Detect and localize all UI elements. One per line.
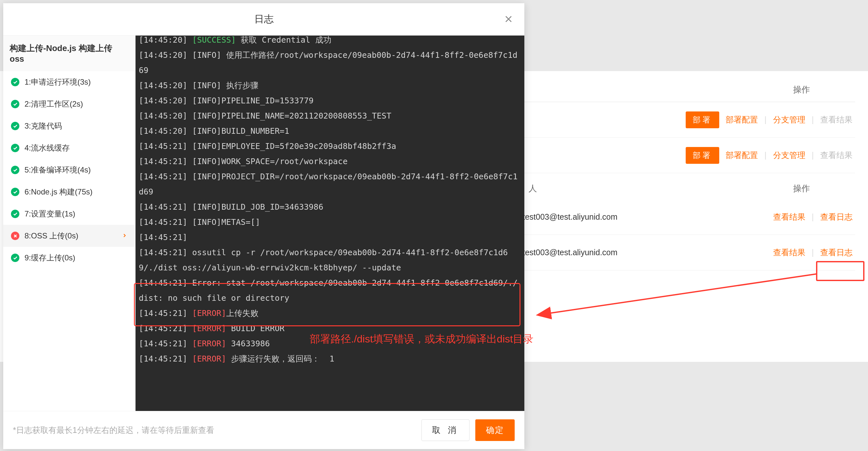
view-result-link[interactable]: 查看结果 xyxy=(820,150,852,161)
modal-footer: *日志获取有最长1分钟左右的延迟，请在等待后重新查看 取 消 确定 xyxy=(3,411,524,449)
log-line: [14:45:21] [ERROR]上传失败 xyxy=(139,306,521,321)
branch-mgmt-link[interactable]: 分支管理 xyxy=(773,114,805,125)
check-icon xyxy=(11,166,19,174)
view-log-link[interactable]: 查看日志 xyxy=(820,247,852,258)
footer-note: *日志获取有最长1分钟左右的延迟，请在等待后重新查看 xyxy=(13,425,415,435)
log-line: [14:45:21] [INFO]BUILD_JOB_ID=34633986 xyxy=(139,199,521,215)
step-item[interactable]: 1:申请运行环境(3s) xyxy=(3,71,135,93)
chevron-right-icon xyxy=(122,231,127,241)
log-line: [14:45:20] [SUCCESS] 获取 Credential 成功 xyxy=(139,35,521,48)
branch-mgmt-link[interactable]: 分支管理 xyxy=(773,150,805,161)
check-icon xyxy=(11,254,19,262)
view-result-link[interactable]: 查看结果 xyxy=(773,212,805,222)
modal-title: 日志 xyxy=(254,12,274,26)
bg-email: test003@test.aliyunid.com xyxy=(523,248,618,257)
ok-button[interactable]: 确定 xyxy=(475,419,515,441)
deploy-config-link[interactable]: 部署配置 xyxy=(726,150,758,161)
log-line: [14:45:20] [INFO]PIPELINE_ID=1533779 xyxy=(139,93,521,108)
log-line: [14:45:20] [INFO]BUILD_NUMBER=1 xyxy=(139,123,521,139)
annotation-text: 部署路径./dist填写错误，或未成功编译出dist目录 xyxy=(310,332,533,346)
step-item[interactable]: 8:OSS 上传(0s) xyxy=(3,225,135,247)
step-label: 1:申请运行环境(3s) xyxy=(25,77,91,87)
annotation-box-viewlog xyxy=(816,261,864,281)
bg-col-person: 人 xyxy=(529,183,537,194)
modal-body: 构建上传-Node.js 构建上传 oss 1:申请运行环境(3s)2:清理工作… xyxy=(3,35,524,411)
log-line: [14:45:21] ossutil cp -r /root/workspace… xyxy=(139,245,521,275)
log-line: [14:45:20] [INFO] 执行步骤 xyxy=(139,78,521,93)
close-icon[interactable] xyxy=(503,13,514,26)
check-icon xyxy=(11,100,19,108)
log-line: [14:45:21] [INFO]PROJECT_DIR=/root/works… xyxy=(139,169,521,199)
bg-col-op: 操作 xyxy=(793,183,810,194)
bg-col-op: 操作 xyxy=(793,84,810,95)
deploy-button[interactable]: 部署 xyxy=(686,147,719,164)
check-icon xyxy=(11,188,19,196)
check-icon xyxy=(11,210,19,218)
step-item[interactable]: 2:清理工作区(2s) xyxy=(3,93,135,115)
step-label: 3:克隆代码 xyxy=(25,121,62,131)
log-line: [14:45:21] Error: stat /root/workspace/0… xyxy=(139,275,521,306)
log-line: [14:45:20] [INFO]PIPELINE_NAME=202112020… xyxy=(139,108,521,123)
sidebar-header: 构建上传-Node.js 构建上传 oss xyxy=(3,35,135,71)
step-label: 7:设置变量(1s) xyxy=(25,209,75,219)
check-icon xyxy=(11,78,19,86)
step-item[interactable]: 4:流水线缓存 xyxy=(3,137,135,159)
view-result-link[interactable]: 查看结果 xyxy=(820,114,852,125)
log-line: [14:45:21] [INFO]WORK_SPACE=/root/worksp… xyxy=(139,154,521,169)
log-modal: 日志 构建上传-Node.js 构建上传 oss 1:申请运行环境(3s)2:清… xyxy=(3,3,524,449)
step-label: 8:OSS 上传(0s) xyxy=(25,231,79,241)
check-icon xyxy=(11,122,19,130)
deploy-button[interactable]: 部署 xyxy=(686,111,719,128)
check-icon xyxy=(11,144,19,152)
step-item[interactable]: 7:设置变量(1s) xyxy=(3,203,135,225)
step-sidebar: 构建上传-Node.js 构建上传 oss 1:申请运行环境(3s)2:清理工作… xyxy=(3,35,135,411)
view-result-link[interactable]: 查看结果 xyxy=(773,247,805,258)
step-item[interactable]: 6:Node.js 构建(75s) xyxy=(3,181,135,203)
log-line: [14:45:21] xyxy=(139,230,521,245)
view-log-link[interactable]: 查看日志 xyxy=(820,212,852,222)
step-label: 9:缓存上传(0s) xyxy=(25,253,75,263)
deploy-config-link[interactable]: 部署配置 xyxy=(726,114,758,125)
log-line: [14:45:20] [INFO] 使用工作路径/root/workspace/… xyxy=(139,48,521,78)
error-icon xyxy=(11,232,19,240)
cancel-button[interactable]: 取 消 xyxy=(422,419,469,441)
step-label: 2:清理工作区(2s) xyxy=(25,99,83,109)
modal-header: 日志 xyxy=(3,3,524,35)
step-label: 6:Node.js 构建(75s) xyxy=(25,187,93,197)
step-label: 5:准备编译环境(4s) xyxy=(25,165,91,175)
step-label: 4:流水线缓存 xyxy=(25,143,70,153)
bg-email: test003@test.aliyunid.com xyxy=(523,212,618,222)
log-line: [14:45:21] [INFO]METAS=[] xyxy=(139,215,521,230)
step-item[interactable]: 3:克隆代码 xyxy=(3,115,135,137)
step-item[interactable]: 9:缓存上传(0s) xyxy=(3,247,135,269)
log-output[interactable]: [14:45:20] [SUCCESS] 获取 Credential 成功[14… xyxy=(135,35,524,411)
log-line: [14:45:21] [INFO]EMPLOYEE_ID=5f20e39c209… xyxy=(139,139,521,154)
step-item[interactable]: 5:准备编译环境(4s) xyxy=(3,159,135,181)
log-line: [14:45:21] [ERROR] 步骤运行失败，返回码： 1 xyxy=(139,351,521,366)
